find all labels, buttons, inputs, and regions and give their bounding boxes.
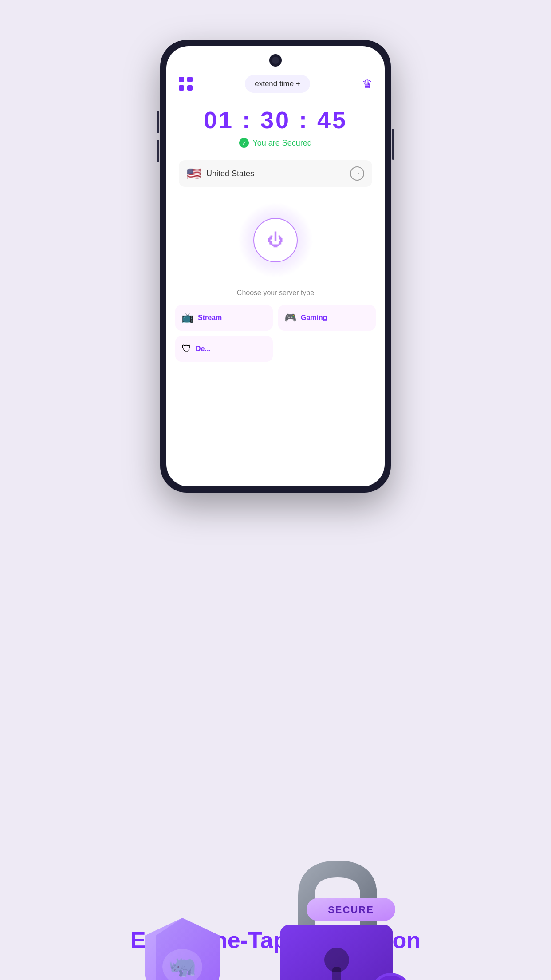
country-left: 🇺🇸 United States [187, 167, 254, 181]
3d-objects-area: 🦏 [120, 847, 431, 980]
country-selector[interactable]: 🇺🇸 United States → [179, 160, 372, 187]
phone-screen: extend time + ♛ 01 : 30 : 45 ✓ You are S… [166, 46, 385, 486]
volume-up-btn [157, 111, 159, 133]
stream-icon: 📺 [181, 312, 193, 324]
camera-notch [269, 54, 282, 67]
extend-time-button[interactable]: extend time + [245, 75, 310, 93]
server-type-label: Choose your server type [237, 289, 314, 297]
shield-card-icon: 🛡 [181, 343, 191, 355]
timer-display: 01 : 30 : 45 [204, 106, 347, 134]
svg-rect-4 [332, 967, 341, 980]
svg-text:🦏: 🦏 [169, 952, 197, 979]
dedicate-card[interactable]: 🛡 De... [175, 336, 273, 362]
power-button[interactable]: ⏻ [253, 218, 298, 262]
power-side-button [392, 129, 394, 160]
padlock-illustration: SECURE ✓ [253, 856, 422, 980]
gaming-card[interactable]: 🎮 Gaming [278, 305, 376, 331]
secured-text: You are Secured [252, 138, 311, 148]
svg-rect-5 [307, 898, 395, 921]
power-icon: ⏻ [268, 232, 283, 248]
check-icon: ✓ [239, 138, 249, 148]
dedicate-label: De... [196, 345, 211, 353]
top-bar: extend time + ♛ [166, 75, 385, 93]
country-name: United States [206, 169, 254, 178]
flag-icon: 🇺🇸 [187, 167, 201, 181]
stream-label: Stream [198, 314, 222, 322]
gaming-label: Gaming [301, 314, 327, 322]
phone-mockup: extend time + ♛ 01 : 30 : 45 ✓ You are S… [160, 40, 391, 493]
svg-text:SECURE: SECURE [328, 904, 374, 915]
page-background: extend time + ♛ 01 : 30 : 45 ✓ You are S… [0, 0, 551, 980]
menu-grid-icon[interactable] [179, 77, 193, 91]
premium-crown-icon[interactable]: ♛ [362, 77, 372, 91]
navigate-arrow-icon: → [350, 166, 364, 181]
volume-down-btn [157, 140, 159, 162]
svg-point-7 [370, 973, 411, 980]
secured-status: ✓ You are Secured [239, 138, 311, 148]
stream-card[interactable]: 📺 Stream [175, 305, 273, 331]
svg-point-8 [373, 976, 409, 980]
svg-point-0 [162, 949, 202, 980]
power-button-area: ⏻ [236, 200, 315, 280]
server-cards: 📺 Stream 🎮 Gaming 🛡 De... [175, 305, 376, 362]
gaming-icon: 🎮 [284, 312, 296, 324]
bottom-headline: Easy, One-Tap Connection [130, 927, 421, 953]
